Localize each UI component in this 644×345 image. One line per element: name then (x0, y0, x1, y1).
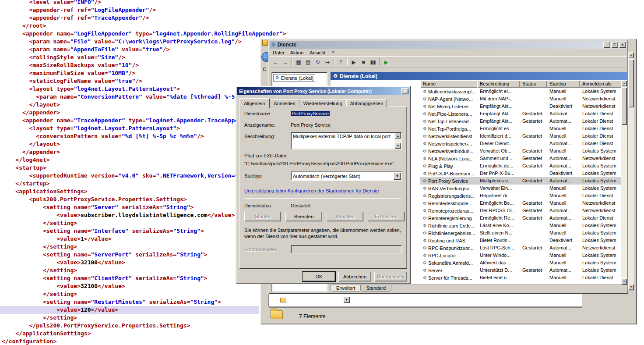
service-row[interactable]: ⚙ServerUnterstützt D...GestartetAutomat.… (420, 267, 627, 274)
menu-help[interactable]: ? (328, 49, 337, 56)
close-button[interactable]: × (401, 88, 408, 94)
service-cell: Ermöglicht Re... (477, 214, 520, 222)
list-scrollbar[interactable]: ▲ ▼ (621, 80, 627, 285)
menu-aktion[interactable]: Aktion (287, 49, 307, 56)
starttyp-combobox[interactable]: Automatisch (Verzögerter Start) ▼ (291, 171, 402, 181)
view-tab-standard[interactable]: Standard (360, 285, 391, 292)
service-cell: Multiplexes e... (477, 177, 520, 185)
service-name-cell: ⚙Richtlinie zum Entfe... (420, 222, 477, 229)
service-row[interactable]: ⚙Plug & PlayErmöglicht de...GestartetAut… (420, 162, 627, 170)
service-cell: Gestartet (520, 214, 547, 222)
service-row[interactable]: ⚙Richtlinienergebniss...Stellt einen N..… (420, 229, 627, 237)
beenden-button[interactable]: Beenden (285, 212, 322, 221)
dialog-title-bar[interactable]: Eigenschaften von Port Proxy Service (Lo… (237, 87, 409, 95)
scroll-up-icon[interactable]: ▲ (395, 133, 401, 139)
gear-icon: ⚙ (423, 164, 427, 168)
properties-icon[interactable]: ▤ (303, 58, 313, 67)
service-row[interactable]: ⚙Net.Tcp-Portfreiga...Ermöglicht es...Ma… (420, 125, 627, 132)
service-name-cell: ⚙Registrierungsdiens... (420, 192, 477, 199)
toolbar-separator (334, 58, 334, 66)
scroll-up-icon[interactable]: ▲ (628, 52, 634, 58)
scrollbar-thumb[interactable] (628, 59, 634, 107)
ok-button[interactable]: OK (303, 272, 335, 281)
column-header-beschreibung[interactable]: Beschreibung (477, 80, 520, 88)
beschreibung-label: Beschreibung: (244, 134, 275, 139)
back-icon[interactable]: ← (271, 58, 281, 67)
service-row[interactable]: ⚙Richtlinie zum Entfe...Lässt eine Ko...… (420, 222, 627, 229)
dropdown-button[interactable]: ▼ (343, 296, 350, 303)
scroll-up-icon[interactable]: ▲ (621, 80, 627, 86)
service-name: Net.Tcp-Listenerad... (428, 119, 473, 124)
forward-icon[interactable]: → (281, 58, 290, 67)
service-row[interactable]: ⚙Sekundäre Anmeld...Aktiviert das ...Man… (420, 259, 627, 267)
service-cell: Automat... (547, 162, 580, 170)
startparameter-input[interactable] (291, 245, 402, 253)
service-row[interactable]: ⚙Net.Tcp-Listenerad...Empfängt Akt...Ges… (420, 117, 627, 125)
service-name-cell: ⚙Netzwerkverbindun... (420, 147, 477, 155)
stop-service-icon[interactable]: ■ (359, 58, 368, 67)
menu-ansicht[interactable]: Ansicht (306, 49, 328, 56)
export-list-icon[interactable]: ↦ (323, 58, 332, 67)
service-row[interactable]: ⚙Netzwerkverbindun...Verwaltet Ob...Gest… (420, 147, 627, 155)
service-row[interactable]: ⚙Server für Threads...Bietet eine n...Ma… (420, 274, 627, 281)
folder-field[interactable]: ▼ (268, 293, 582, 306)
refresh-icon[interactable]: ↻ (313, 58, 323, 67)
service-name-cell: ⚙Net.Msmq-Listener... (420, 103, 477, 110)
service-cell: Netzwerkdienst (580, 103, 621, 110)
service-cell (520, 252, 547, 259)
column-header-status[interactable]: Status (520, 80, 547, 88)
restart-service-icon[interactable]: ▶ (381, 58, 391, 67)
tab-anmelden[interactable]: Anmelden (270, 99, 299, 107)
service-row[interactable]: ⚙Remotedesktopdie...Ermöglicht Be...Gest… (420, 199, 627, 207)
scroll-down-icon[interactable]: ▼ (395, 143, 401, 149)
tab-abhangigkeiten[interactable]: Abhängigkeiten (346, 99, 387, 107)
service-row[interactable]: ⚙PnP-X-IP-Busenum...Der PnP-X-Bu...Deakt… (420, 170, 627, 177)
abbrechen-button[interactable]: Abbrechen (338, 272, 371, 281)
service-row[interactable]: ⚙RemoteregistrierungErmöglicht Re...Gest… (420, 214, 627, 222)
service-cell: Manuell (547, 132, 580, 140)
service-row[interactable]: ⚙RAS-Verbindungsv...Verwaltet Ein...Manu… (420, 185, 627, 192)
service-row[interactable]: ⚙NetzwerklistendienstIdentifiziert d...G… (420, 132, 627, 140)
column-header-starttyp[interactable]: Starttyp (547, 80, 580, 88)
service-cell (520, 95, 547, 103)
help-icon[interactable]: ? (336, 58, 345, 67)
service-name-cell: ⚙Net.Tcp-Portfreiga... (420, 125, 477, 132)
service-row[interactable]: ⚙Remoteprozedurau...Der RPCSS-Di...Gesta… (420, 207, 627, 214)
chevron-down-icon[interactable]: ▼ (394, 172, 401, 180)
view-tab-erweitert[interactable]: Erweitert (331, 285, 361, 292)
start-service-icon[interactable]: ▶ (349, 58, 359, 67)
show-tree-icon[interactable]: ▦ (294, 58, 303, 67)
service-row[interactable]: ⚙Multimediaklassenpl...Ermöglicht ei...M… (420, 88, 627, 95)
tab-allgemein[interactable]: Allgemein (239, 98, 270, 108)
beschreibung-textarea[interactable]: Multiplexes external TCP/IP data on loca… (291, 132, 402, 149)
service-row[interactable]: ⚙NLA (Network Loca...Sammelt und ...Gest… (420, 155, 627, 162)
explorer-scrollbar[interactable]: ▲ ▼ (628, 52, 634, 291)
tab-wiederherstellung[interactable]: Wiederherstellung (299, 99, 346, 107)
service-row[interactable]: ⚙Registrierungsdiens...Registriert di...… (420, 192, 627, 199)
column-header-anmelden-als[interactable]: Anmelden als (580, 80, 621, 88)
service-row[interactable]: ⚙Routing und RASBietet Routin...Deaktivi… (420, 237, 627, 244)
startoptionen-link[interactable]: Unterstützung beim Konfigurieren der Sta… (244, 188, 379, 193)
service-row[interactable]: ⚙RPC-LocatorUnter Windo...ManuellLokales… (420, 252, 627, 259)
service-row[interactable]: ⚙RPC-Endpunktzuor...Löst RPC-Sch...Gesta… (420, 244, 627, 252)
scrollbar-thumb[interactable] (621, 87, 627, 125)
service-row[interactable]: ⚙Port Proxy ServiceMultiplexes e...Gesta… (420, 177, 627, 185)
title-bar[interactable]: ⚙ Dienste – □ × (270, 41, 627, 49)
service-cell: Lokaler Dienst (580, 140, 621, 147)
service-row[interactable]: ⚙NAP-Agent (Netwo...Mit dem NAP-...Manue… (420, 95, 627, 103)
textarea-scrollbar[interactable]: ▲ ▼ (395, 133, 401, 149)
scroll-down-icon[interactable]: ▼ (621, 278, 627, 285)
service-name-cell: ⚙Richtlinienergebniss... (420, 229, 477, 237)
service-row[interactable]: ⚙Net.Msmq-Listener...Empfängt Akt...Deak… (420, 103, 627, 110)
service-row[interactable]: ⚙Netzwerkspeicher-...Dieser Dienst...Aut… (420, 140, 627, 147)
pause-service-icon[interactable]: ▮▮ (368, 58, 378, 67)
scroll-down-icon[interactable]: ▼ (628, 284, 634, 290)
minimize-button[interactable]: – (603, 42, 610, 48)
dienstname-value[interactable]: PortProxyService (291, 111, 330, 116)
column-header-name[interactable]: Name (420, 80, 477, 88)
maximize-button[interactable]: □ (611, 42, 618, 48)
service-row[interactable]: ⚙Net.Pipe-Listenera...Empfängt Akt...Ges… (420, 110, 627, 117)
tree-item-dienste-lokal[interactable]: ⚙ Dienste (Lokal) (273, 74, 315, 82)
menu-datei[interactable]: Datei (270, 49, 287, 56)
close-button[interactable]: × (619, 42, 626, 48)
